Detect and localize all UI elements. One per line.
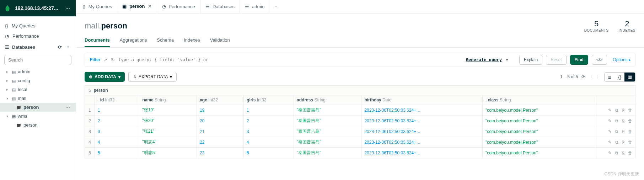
table-row[interactable]: 55"明志5"235"泰国普吉岛"2023-12-06T02:50:03.624… (85, 148, 635, 158)
explain-button[interactable]: Explain (519, 55, 542, 65)
copy-icon[interactable]: ⧉ (615, 150, 618, 155)
cell-birthday[interactable]: 2023-12-06T02:50:03.624+… (361, 116, 483, 126)
subtab-indexes[interactable]: Indexes (184, 37, 200, 47)
cell-address[interactable]: "泰国普吉岛" (294, 105, 361, 116)
cell-_class[interactable]: "com.beiyou.model.Person" (482, 137, 596, 148)
subtab-schema[interactable]: Schema (157, 37, 174, 47)
cell-address[interactable]: "泰国普吉岛" (294, 116, 361, 126)
close-icon[interactable]: ✕ (148, 4, 152, 9)
cell-birthday[interactable]: 2023-12-06T02:50:03.624+… (361, 137, 483, 148)
breadcrumb-db[interactable]: mall (85, 21, 99, 30)
tree-db-wms[interactable]: ▾wms (0, 112, 76, 121)
cell-girls[interactable]: 1 (244, 105, 294, 116)
cell-age[interactable]: 22 (197, 137, 244, 148)
options-link[interactable]: Options ▸ (611, 57, 633, 62)
cell-address[interactable]: "泰国普吉岛" (294, 148, 361, 158)
refresh-icon[interactable]: ⟳ (58, 44, 63, 50)
cell-name[interactable]: "张20" (139, 116, 197, 126)
cell-birthday[interactable]: 2023-12-06T02:50:03.624+… (361, 105, 483, 116)
col-address[interactable]: address String (294, 95, 361, 105)
cell-_class[interactable]: "com.beiyou.model.Person" (482, 105, 596, 116)
tab-databases[interactable]: ☰Databases (200, 0, 240, 13)
copy-icon[interactable]: ⧉ (615, 140, 618, 145)
cell-birthday[interactable]: 2023-12-06T02:50:03.624+… (361, 126, 483, 137)
edit-icon[interactable]: ✎ (608, 118, 612, 123)
next-page-icon[interactable]: 〉 (596, 74, 601, 80)
table-row[interactable]: 33"张21"213"泰国普吉岛"2023-12-06T02:50:03.624… (85, 126, 635, 137)
sidebar-search-input[interactable] (4, 55, 71, 65)
col-_id[interactable]: _id Int32 (95, 95, 139, 105)
edit-icon[interactable]: ✎ (608, 140, 612, 145)
cell-age[interactable]: 20 (197, 116, 244, 126)
clone-icon[interactable]: ⎘ (622, 129, 624, 134)
tree-db-config[interactable]: ▸config (0, 76, 76, 85)
col-_class[interactable]: _class String (482, 95, 596, 105)
tab-admin[interactable]: ☰admin (240, 0, 270, 13)
cell-age[interactable]: 19 (197, 105, 244, 116)
cell-_id[interactable]: 5 (95, 148, 139, 158)
delete-icon[interactable]: 🗑 (628, 129, 632, 134)
cell-_id[interactable]: 1 (95, 105, 139, 116)
view-json-button[interactable]: {} (615, 73, 624, 81)
sidebar-my-queries[interactable]: {} My Queries (0, 21, 76, 31)
tree-db-mall[interactable]: ▾mall (0, 94, 76, 103)
cell-name[interactable]: "张19" (139, 105, 197, 116)
new-tab-button[interactable]: ＋ (270, 0, 282, 13)
tab-my-queries[interactable]: {}My Queries (77, 0, 117, 13)
clone-icon[interactable]: ⎘ (622, 118, 624, 123)
cell-_class[interactable]: "com.beiyou.model.Person" (482, 116, 596, 126)
cell-address[interactable]: "泰国普吉岛" (294, 137, 361, 148)
copy-icon[interactable]: ⧉ (615, 118, 618, 123)
tab-person[interactable]: ▣person✕ (117, 0, 157, 13)
tree-coll-person[interactable]: person⋯ (0, 103, 76, 112)
cell-_id[interactable]: 4 (95, 137, 139, 148)
sidebar-performance[interactable]: ◔ Performance (0, 31, 76, 41)
cell-_id[interactable]: 3 (95, 126, 139, 137)
clone-icon[interactable]: ⎘ (622, 108, 624, 113)
table-row[interactable]: 11"张19"191"泰国普吉岛"2023-12-06T02:50:03.624… (85, 105, 635, 116)
filter-popout-icon[interactable]: ↗ (104, 57, 107, 62)
edit-icon[interactable]: ✎ (608, 150, 612, 155)
cell-girls[interactable]: 5 (244, 148, 294, 158)
view-list-button[interactable]: ≣ (605, 73, 615, 81)
delete-icon[interactable]: 🗑 (628, 140, 632, 145)
filter-input[interactable] (118, 57, 462, 62)
cell-_class[interactable]: "com.beiyou.model.Person" (482, 148, 596, 158)
find-button[interactable]: Find (570, 55, 588, 65)
col-name[interactable]: name String (139, 95, 197, 105)
view-table-button[interactable]: ▦ (624, 73, 635, 81)
col-birthday[interactable]: birthday Date (361, 95, 483, 105)
generate-query-link[interactable]: Generate query (466, 57, 502, 62)
tree-coll-person[interactable]: person (0, 121, 76, 129)
cell-name[interactable]: "明志5" (139, 148, 197, 158)
cell-girls[interactable]: 4 (244, 137, 294, 148)
copy-icon[interactable]: ⧉ (615, 108, 618, 113)
cell-girls[interactable]: 2 (244, 116, 294, 126)
prev-page-icon[interactable]: 〈 (589, 74, 593, 80)
more-icon[interactable]: ⋯ (65, 105, 72, 110)
tree-db-local[interactable]: ▸local (0, 85, 76, 94)
code-toggle-button[interactable]: </> (592, 55, 607, 65)
clone-icon[interactable]: ⎘ (622, 150, 624, 155)
reset-button[interactable]: Reset (546, 55, 566, 65)
subtab-documents[interactable]: Documents (85, 37, 110, 47)
subtab-aggregations[interactable]: Aggregations (120, 37, 147, 47)
tree-db-admin[interactable]: ▸admin (0, 67, 76, 76)
export-data-button[interactable]: ⇩ EXPORT DATA ▾ (128, 72, 177, 82)
clone-icon[interactable]: ⎘ (622, 140, 624, 145)
table-row[interactable]: 44"明志4"224"泰国普吉岛"2023-12-06T02:50:03.624… (85, 137, 635, 148)
cell-address[interactable]: "泰国普吉岛" (294, 126, 361, 137)
edit-icon[interactable]: ✎ (608, 108, 612, 113)
cell-_class[interactable]: "com.beiyou.model.Person" (482, 126, 596, 137)
filter-label[interactable]: Filter (90, 57, 100, 62)
col-girls[interactable]: girls Int32 (244, 95, 294, 105)
delete-icon[interactable]: 🗑 (628, 118, 632, 123)
add-data-button[interactable]: ⊕ ADD DATA ▾ (85, 72, 125, 82)
subtab-validation[interactable]: Validation (210, 37, 230, 47)
plus-icon[interactable]: ＋ (66, 44, 71, 50)
delete-icon[interactable]: 🗑 (628, 108, 632, 113)
edit-icon[interactable]: ✎ (608, 129, 612, 134)
cell-age[interactable]: 23 (197, 148, 244, 158)
cell-_id[interactable]: 2 (95, 116, 139, 126)
history-icon[interactable]: ↻ (111, 57, 115, 63)
